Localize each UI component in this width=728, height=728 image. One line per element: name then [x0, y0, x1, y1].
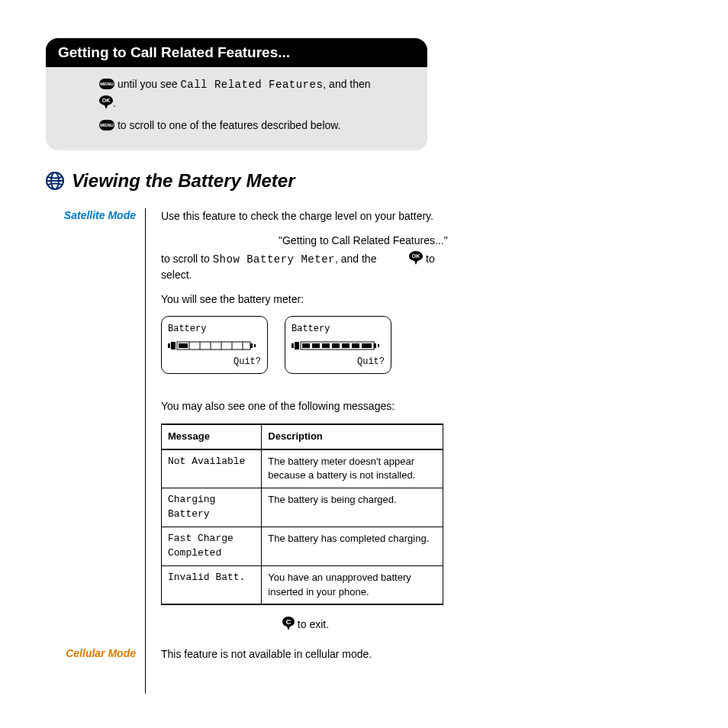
- lcd-screen-full: Battery Quit?: [285, 316, 391, 374]
- table-row: Not Available The battery meter doesn't …: [162, 449, 443, 488]
- battery-bar-low-icon: [168, 340, 261, 351]
- svg-rect-7: [177, 342, 250, 350]
- header-title: Getting to Call Related Features...: [58, 44, 290, 60]
- instruction-line-1: MENU until you see Call Related Features…: [99, 76, 412, 111]
- svg-text:C: C: [286, 618, 292, 626]
- lcd-screen-low: Battery Quit?: [161, 316, 268, 374]
- menu-icon: MENU: [99, 79, 114, 89]
- instruction-box: MENU until you see Call Related Features…: [46, 67, 427, 150]
- exit-instruction: C to exit.: [161, 614, 450, 632]
- ok-icon: OK: [99, 95, 113, 109]
- svg-rect-23: [332, 343, 340, 348]
- satellite-p2: xxxxxxxxxxxxxxxxxxxxxx"Getting to Call R…: [161, 233, 450, 282]
- section-heading-row: Viewing the Battery Meter: [46, 170, 682, 192]
- svg-text:OK: OK: [102, 98, 111, 103]
- satellite-p3: You will see the battery meter:: [161, 292, 450, 307]
- desc-cell: The battery meter doesn't appear because…: [262, 449, 443, 488]
- msg-cell: Fast Charge Completed: [162, 527, 262, 566]
- ok-icon: OK: [409, 251, 423, 265]
- section-header-bar: Getting to Call Related Features...: [46, 38, 427, 67]
- svg-rect-17: [292, 343, 294, 348]
- msg-cell: Not Available: [162, 449, 262, 488]
- satellite-content: Use this feature to check the charge lev…: [145, 208, 450, 646]
- satellite-p4: You may also see one of the following me…: [161, 398, 450, 414]
- svg-rect-26: [362, 343, 372, 348]
- desc-cell: You have an unapproved battery inserted …: [262, 565, 443, 604]
- section-title: Viewing the Battery Meter: [72, 170, 295, 192]
- lcd-label: Battery: [168, 323, 261, 336]
- table-row: Charging Battery The battery is being ch…: [162, 488, 443, 527]
- svg-rect-15: [250, 343, 253, 348]
- globe-icon: [46, 172, 64, 190]
- desc-cell: The battery has completed charging.: [262, 527, 443, 566]
- msg-cell: Invalid Batt.: [162, 565, 262, 604]
- desc-cell: The battery is being charged.: [262, 488, 443, 527]
- svg-rect-27: [374, 343, 376, 348]
- svg-rect-28: [378, 344, 379, 347]
- svg-text:OK: OK: [412, 253, 420, 259]
- col-description: Description: [262, 424, 443, 449]
- c-icon: C: [282, 617, 295, 634]
- table-row: Fast Charge Completed The battery has co…: [162, 527, 443, 566]
- table-header-row: Message Description: [162, 424, 443, 449]
- svg-rect-8: [179, 343, 188, 348]
- svg-rect-25: [352, 343, 359, 348]
- satellite-mode-label: Satellite Mode: [46, 208, 145, 646]
- instruction-line-2: MENU to scroll to one of the features de…: [99, 118, 412, 134]
- lcd-quit: Quit?: [168, 356, 261, 369]
- menu-icon: MENU: [99, 120, 114, 130]
- cellular-text: This feature is not available in cellula…: [161, 646, 450, 662]
- table-row: Invalid Batt. You have an unapproved bat…: [162, 565, 443, 604]
- cellular-content: This feature is not available in cellula…: [145, 646, 450, 694]
- lcd-quit: Quit?: [292, 356, 385, 369]
- messages-table: Message Description Not Available The ba…: [161, 424, 443, 606]
- svg-rect-22: [322, 343, 330, 348]
- svg-rect-20: [302, 343, 310, 348]
- lcd-label: Battery: [292, 323, 385, 336]
- svg-rect-16: [254, 344, 256, 347]
- svg-rect-18: [295, 342, 299, 350]
- col-message: Message: [162, 424, 262, 449]
- msg-cell: Charging Battery: [162, 488, 262, 527]
- svg-rect-24: [342, 343, 350, 348]
- cellular-mode-label: Cellular Mode: [46, 646, 145, 694]
- satellite-block: Satellite Mode Use this feature to check…: [46, 208, 682, 646]
- lcd-screens-row: Battery Quit? Batter: [161, 316, 450, 374]
- svg-rect-21: [312, 343, 320, 348]
- svg-rect-6: [171, 342, 176, 350]
- battery-bar-full-icon: [292, 340, 385, 351]
- svg-rect-5: [168, 343, 170, 348]
- cellular-block: Cellular Mode This feature is not availa…: [46, 646, 682, 694]
- satellite-p1: Use this feature to check the charge lev…: [161, 208, 450, 224]
